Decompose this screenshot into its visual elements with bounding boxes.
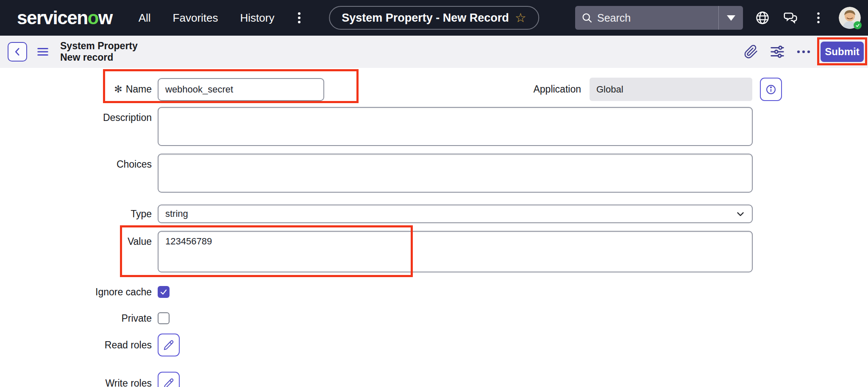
ignore-cache-label: Ignore cache bbox=[0, 286, 152, 298]
read-roles-edit-button[interactable] bbox=[158, 334, 180, 356]
status-online-badge bbox=[854, 21, 862, 29]
info-icon bbox=[765, 84, 777, 95]
chat-button[interactable] bbox=[782, 9, 799, 26]
description-row: Description bbox=[0, 107, 868, 146]
chevron-down-icon bbox=[735, 208, 746, 219]
pencil-icon bbox=[163, 339, 174, 351]
personalize-form-button[interactable] bbox=[768, 42, 787, 61]
read-roles-row: Read roles bbox=[0, 334, 868, 356]
type-selected-value: string bbox=[165, 208, 188, 219]
value-label: Value bbox=[0, 231, 152, 247]
write-roles-row: Write roles bbox=[0, 372, 868, 387]
form-context-menu-button[interactable] bbox=[36, 46, 49, 57]
application-info-button[interactable] bbox=[760, 78, 782, 101]
servicenow-window: servicenow All Favorites History System … bbox=[0, 0, 868, 387]
back-button[interactable] bbox=[8, 42, 27, 62]
search-icon bbox=[581, 12, 593, 24]
record-form: ✻ Name Application Global Description Ch… bbox=[0, 68, 868, 387]
ignore-cache-checkbox[interactable] bbox=[158, 286, 170, 298]
type-select[interactable]: string bbox=[158, 205, 753, 223]
logo-accent-o: o bbox=[88, 7, 98, 28]
private-row: Private bbox=[0, 312, 868, 324]
attachments-button[interactable] bbox=[742, 42, 760, 61]
value-row: Value 123456789 bbox=[0, 231, 868, 272]
form-header-bar: System Property New record Submit bbox=[0, 36, 868, 68]
search-scope-dropdown[interactable] bbox=[718, 6, 743, 30]
logo-text: servicen bbox=[17, 7, 88, 28]
top-nav-bar: servicenow All Favorites History System … bbox=[0, 0, 868, 36]
more-options-kebab-icon[interactable] bbox=[810, 9, 827, 26]
page-title: System Property bbox=[60, 40, 138, 52]
choices-row: Choices bbox=[0, 154, 868, 193]
user-avatar[interactable] bbox=[839, 7, 861, 29]
ignore-cache-row: Ignore cache bbox=[0, 286, 868, 298]
caret-down-icon bbox=[727, 15, 735, 21]
search-input[interactable] bbox=[593, 12, 718, 24]
paperclip-icon bbox=[744, 45, 758, 59]
name-label: ✻ Name bbox=[0, 84, 152, 95]
logo-text-end: w bbox=[98, 7, 112, 28]
nav-favorites[interactable]: Favorites bbox=[173, 11, 218, 25]
application-label: Application bbox=[533, 84, 581, 95]
favorite-star-icon[interactable]: ☆ bbox=[515, 11, 526, 24]
form-header-actions: Submit bbox=[742, 42, 867, 62]
choices-textarea[interactable] bbox=[158, 154, 753, 193]
chat-icon bbox=[782, 10, 798, 26]
servicenow-logo[interactable]: servicenow bbox=[17, 7, 112, 28]
name-input[interactable] bbox=[158, 78, 324, 101]
pencil-icon bbox=[163, 378, 174, 387]
globe-button[interactable] bbox=[754, 9, 771, 26]
type-label: Type bbox=[0, 208, 152, 220]
hamburger-icon bbox=[36, 46, 49, 57]
check-icon bbox=[160, 288, 167, 296]
application-value: Global bbox=[590, 78, 752, 101]
sliders-icon bbox=[769, 44, 785, 60]
globe-icon bbox=[755, 10, 770, 25]
required-marker-icon: ✻ bbox=[114, 84, 122, 95]
nav-more-kebab-icon[interactable] bbox=[294, 11, 305, 24]
record-title-pill[interactable]: System Property - New Record ☆ bbox=[329, 6, 539, 30]
read-roles-label: Read roles bbox=[0, 339, 152, 351]
primary-nav: All Favorites History bbox=[139, 11, 275, 25]
application-field-group: Application Global bbox=[533, 78, 868, 101]
topbar-right-cluster bbox=[575, 6, 861, 30]
nav-all[interactable]: All bbox=[139, 11, 151, 25]
description-textarea[interactable] bbox=[158, 107, 753, 146]
type-row: Type string bbox=[0, 205, 868, 223]
page-subtitle: New record bbox=[60, 52, 138, 63]
submit-button[interactable]: Submit bbox=[821, 42, 864, 62]
write-roles-label: Write roles bbox=[0, 378, 152, 387]
write-roles-edit-button[interactable] bbox=[158, 372, 180, 387]
private-checkbox[interactable] bbox=[158, 312, 170, 324]
record-title: System Property - New Record bbox=[342, 11, 509, 25]
chevron-left-icon bbox=[12, 46, 23, 57]
more-actions-ellipsis-icon[interactable] bbox=[794, 42, 813, 61]
private-label: Private bbox=[0, 313, 152, 324]
description-label: Description bbox=[0, 107, 152, 123]
nav-history[interactable]: History bbox=[240, 11, 275, 25]
page-title-block: System Property New record bbox=[60, 40, 138, 63]
name-application-row: ✻ Name Application Global bbox=[0, 78, 868, 101]
search-box bbox=[575, 6, 743, 30]
value-textarea[interactable]: 123456789 bbox=[158, 231, 753, 272]
choices-label: Choices bbox=[0, 154, 152, 170]
